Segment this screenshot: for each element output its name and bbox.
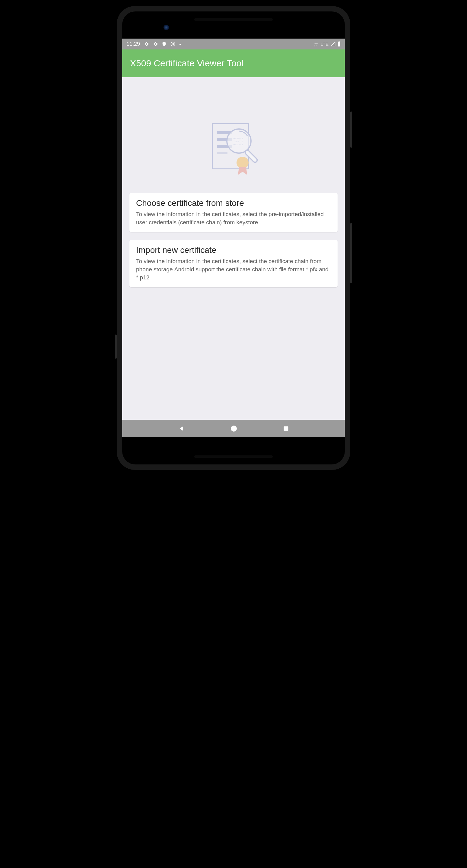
svg-point-15 [231, 426, 237, 432]
network-label: LTE [321, 41, 328, 47]
svg-text:×: × [314, 45, 315, 47]
svg-text:01001011: 01001011 [233, 144, 243, 146]
content-area: 01010011 10100110 01001011 Choose certif… [122, 77, 345, 420]
svg-rect-8 [217, 152, 228, 154]
power-button [350, 112, 352, 148]
phone-speaker-top [194, 18, 273, 21]
signal-icon [330, 41, 336, 46]
phone-camera [164, 25, 169, 30]
import-certificate-card[interactable]: Import new certificate To view the infor… [129, 240, 338, 287]
phone-frame: 11:29 ● × [117, 6, 350, 470]
recent-apps-button[interactable] [283, 426, 289, 432]
side-button [115, 335, 117, 359]
app-bar: X509 Certificate Viewer Tool [122, 50, 345, 77]
svg-rect-16 [284, 427, 288, 431]
screen: 11:29 ● × [122, 38, 345, 437]
back-button[interactable] [178, 425, 185, 432]
svg-text:01010011: 01010011 [233, 137, 243, 140]
shield-icon [162, 41, 167, 47]
svg-point-9 [236, 157, 249, 169]
status-bar: 11:29 ● × [122, 38, 345, 50]
app-title: X509 Certificate Viewer Tool [130, 58, 243, 68]
choose-certificate-card[interactable]: Choose certificate from store To view th… [129, 193, 338, 232]
battery-icon [338, 41, 341, 47]
settings-gear-icon [144, 41, 149, 47]
svg-rect-3 [339, 41, 340, 42]
card-description: To view the information in the certifica… [136, 257, 331, 282]
card-description: To view the information in the certifica… [136, 210, 331, 227]
phone-speaker-bottom [194, 456, 273, 458]
card-title: Choose certificate from store [136, 198, 331, 208]
navigation-bar [122, 420, 345, 437]
volume-button [350, 223, 352, 283]
wifi-off-icon: × [314, 41, 319, 46]
home-button[interactable] [230, 425, 237, 432]
update-icon [170, 41, 176, 47]
svg-text:10100110: 10100110 [233, 141, 243, 143]
svg-point-0 [171, 42, 175, 46]
dot-icon: ● [179, 42, 181, 46]
svg-rect-2 [338, 42, 340, 46]
card-title: Import new certificate [136, 245, 331, 255]
settings-gear-icon-2 [153, 41, 158, 47]
status-time: 11:29 [126, 41, 140, 47]
certificate-illustration: 01010011 10100110 01001011 [129, 121, 338, 178]
